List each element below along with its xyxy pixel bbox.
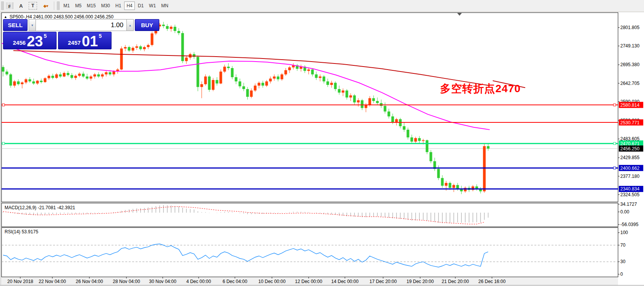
one-click-collapse-icon[interactable]: ▲ xyxy=(4,15,7,19)
sell-price-sup: 5 xyxy=(44,33,47,39)
candle-body xyxy=(376,101,379,103)
price-tick-label: 2377.180 xyxy=(620,174,639,179)
candle-body xyxy=(139,46,142,49)
candle-body xyxy=(10,74,12,85)
candle-body xyxy=(430,152,432,161)
candle-body xyxy=(71,75,73,78)
sell-price-display[interactable]: 2456 23 5 xyxy=(3,32,57,49)
buy-button[interactable]: BUY xyxy=(135,19,159,31)
candle-body xyxy=(246,89,249,97)
candle-body xyxy=(353,95,356,102)
price-tick-label: 2695.380 xyxy=(620,62,639,67)
candle-body xyxy=(426,140,429,152)
candle-body xyxy=(90,76,92,78)
candle-body xyxy=(124,47,127,49)
candle-body xyxy=(120,49,123,70)
level-price-tag: 2530.771 xyxy=(619,119,643,125)
candle-body xyxy=(483,146,486,191)
candle-body xyxy=(204,76,207,84)
level-line-handle[interactable] xyxy=(2,104,5,106)
candle-body xyxy=(277,76,280,79)
candle-body xyxy=(281,74,283,79)
volume-input[interactable] xyxy=(36,19,126,31)
candle-body xyxy=(44,78,47,82)
svg-text:2340.834: 2340.834 xyxy=(620,186,639,192)
toolbar-drag-handle[interactable] xyxy=(1,2,4,10)
candle-body xyxy=(369,98,371,105)
candle-body xyxy=(269,78,272,81)
chart-annotation-text[interactable]: 多空转折点2470 xyxy=(440,81,521,96)
candle-body xyxy=(350,95,352,97)
candle-body xyxy=(342,91,345,93)
candle-body xyxy=(113,72,115,74)
candle-body xyxy=(239,81,241,86)
candle-body xyxy=(48,76,50,78)
candle-body xyxy=(6,72,8,74)
volume-down-button[interactable]: ▾ xyxy=(29,19,36,31)
level-line-handle[interactable] xyxy=(613,104,616,106)
candle-body xyxy=(63,73,66,76)
level-line-handle[interactable] xyxy=(613,167,616,169)
candle-body xyxy=(388,112,390,117)
candle-body xyxy=(311,70,314,75)
macd-scale-label: -56.0395 xyxy=(620,222,639,227)
candle-body xyxy=(220,72,222,83)
time-tick-label: 10 Dec 00:00 xyxy=(258,279,286,284)
dotted-grid-f-icon[interactable]: F xyxy=(6,2,13,9)
candle-body xyxy=(453,185,455,188)
candle-body xyxy=(243,86,245,89)
candle-body xyxy=(86,76,89,78)
candle-body xyxy=(265,81,268,86)
rsi-scale-label: 30 xyxy=(620,259,626,264)
level-line-handle[interactable] xyxy=(613,142,616,145)
candle-body xyxy=(330,83,333,85)
candle-body xyxy=(414,138,417,142)
price-tick-label: 2324.505 xyxy=(620,192,639,197)
timeframe-button-H4[interactable]: H4 xyxy=(124,2,134,10)
buy-price-display[interactable]: 2457 01 5 xyxy=(58,32,112,49)
candle-body xyxy=(67,73,70,75)
candle-body xyxy=(29,79,31,81)
time-tick-label: 20 Nov 2018 xyxy=(7,279,33,284)
candle-body xyxy=(445,183,448,185)
candle-body xyxy=(166,26,169,29)
timeframe-button-M30[interactable]: M30 xyxy=(99,2,112,10)
timeframe-button-M5[interactable]: M5 xyxy=(73,2,84,10)
candle-body xyxy=(250,91,253,97)
timeframe-button-D1[interactable]: D1 xyxy=(136,2,146,10)
buy-price-prefix: 2457 xyxy=(68,39,81,46)
candle-body xyxy=(74,76,77,78)
timeframe-button-W1[interactable]: W1 xyxy=(147,2,158,10)
macd-scale-label: 34.1727 xyxy=(620,202,637,207)
level-price-tag: 2340.834 xyxy=(619,186,643,192)
candle-body xyxy=(21,83,24,85)
objects-dropdown-icon[interactable]: ◆▾ xyxy=(39,1,52,10)
level-line-handle[interactable] xyxy=(2,142,5,145)
candle-body xyxy=(32,81,35,83)
candle-body xyxy=(411,137,413,142)
text-label-icon[interactable]: T xyxy=(29,2,37,10)
timeframe-button-H1[interactable]: H1 xyxy=(113,2,123,10)
candle-body xyxy=(223,67,226,72)
timeframe-button-M15[interactable]: M15 xyxy=(84,2,98,10)
sell-price-big: 23 xyxy=(27,34,43,48)
candle-body xyxy=(288,67,291,70)
svg-text:2400.662: 2400.662 xyxy=(620,166,639,171)
candle-body xyxy=(170,27,173,29)
time-tick-label: 26 Nov 04:00 xyxy=(76,279,103,284)
candle-body xyxy=(346,91,348,98)
sell-button[interactable]: SELL xyxy=(3,19,28,31)
candle-body xyxy=(285,70,287,75)
timeframe-button-M1[interactable]: M1 xyxy=(61,2,72,10)
text-a-icon[interactable]: A xyxy=(16,1,26,10)
candle-body xyxy=(78,74,81,76)
timeframe-drag-handle[interactable] xyxy=(57,2,60,10)
rsi-scale-label: 100 xyxy=(620,230,628,235)
time-tick-label: 12 Dec 00:00 xyxy=(295,279,322,284)
macd-scale-label: 0.00 xyxy=(620,209,629,215)
volume-up-button[interactable]: ▴ xyxy=(126,19,134,31)
candle-body xyxy=(143,47,146,49)
timeframe-button-MN[interactable]: MN xyxy=(159,2,171,10)
candle-body xyxy=(178,31,180,33)
level-price-tag: 2400.662 xyxy=(619,165,643,171)
